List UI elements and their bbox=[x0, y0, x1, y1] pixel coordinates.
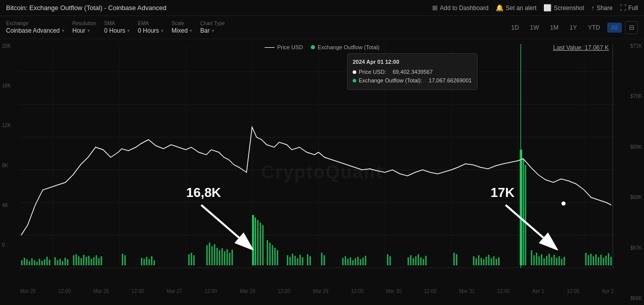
period-1d[interactable]: 1D bbox=[507, 23, 523, 33]
svg-rect-25 bbox=[41, 261, 43, 268]
svg-rect-148 bbox=[605, 256, 607, 268]
svg-rect-58 bbox=[206, 245, 208, 268]
ema-arrow: ▾ bbox=[161, 28, 164, 33]
svg-rect-28 bbox=[49, 260, 50, 268]
share-icon: ↑ bbox=[591, 4, 595, 12]
svg-rect-128 bbox=[536, 253, 537, 268]
svg-rect-50 bbox=[143, 259, 145, 268]
svg-rect-78 bbox=[277, 250, 278, 268]
svg-rect-124 bbox=[523, 160, 524, 268]
svg-rect-68 bbox=[231, 250, 233, 268]
svg-rect-104 bbox=[413, 258, 414, 268]
svg-rect-147 bbox=[603, 258, 604, 268]
ema-select[interactable]: 0 Hours ▾ bbox=[138, 27, 164, 34]
svg-rect-42 bbox=[91, 259, 92, 268]
legend-outflow: Exchange Outflow (Total) bbox=[311, 44, 379, 50]
svg-rect-32 bbox=[62, 261, 63, 268]
sma-select[interactable]: 0 Hours ▾ bbox=[104, 27, 130, 34]
svg-rect-105 bbox=[415, 256, 417, 268]
svg-rect-81 bbox=[292, 254, 293, 268]
svg-rect-46 bbox=[101, 256, 102, 268]
svg-rect-121 bbox=[496, 259, 497, 268]
scale-control: Scale Mixed ▾ bbox=[172, 21, 192, 34]
svg-rect-106 bbox=[418, 254, 419, 268]
svg-rect-64 bbox=[221, 248, 223, 268]
share-btn[interactable]: ↑ Share bbox=[591, 4, 613, 12]
svg-rect-138 bbox=[561, 259, 562, 268]
svg-rect-29 bbox=[54, 257, 56, 268]
resolution-label: Resolution bbox=[72, 21, 96, 26]
period-1w[interactable]: 1W bbox=[526, 23, 543, 33]
svg-rect-136 bbox=[556, 258, 557, 268]
svg-rect-66 bbox=[226, 249, 228, 268]
svg-rect-93 bbox=[350, 257, 351, 268]
svg-rect-33 bbox=[64, 258, 66, 268]
bar-chart bbox=[21, 150, 612, 268]
svg-rect-109 bbox=[425, 256, 427, 268]
svg-rect-17 bbox=[21, 260, 23, 268]
chart-type-arrow: ▾ bbox=[212, 28, 214, 33]
period-ytd[interactable]: YTD bbox=[584, 23, 604, 33]
legend: Price USD Exchange Outflow (Total) bbox=[265, 44, 379, 50]
svg-rect-103 bbox=[410, 255, 412, 268]
svg-rect-21 bbox=[31, 258, 33, 268]
svg-rect-142 bbox=[590, 254, 592, 268]
set-alert-btn[interactable]: 🔔 Set an alert bbox=[496, 4, 536, 12]
svg-rect-82 bbox=[294, 256, 296, 268]
svg-rect-83 bbox=[297, 258, 298, 268]
price-cursor-dot bbox=[561, 201, 566, 206]
svg-rect-97 bbox=[360, 259, 361, 268]
svg-rect-146 bbox=[600, 255, 602, 268]
svg-rect-77 bbox=[274, 248, 276, 268]
tooltip-price-dot bbox=[353, 70, 356, 74]
chart-type-control: Chart Type Bar ▾ bbox=[200, 21, 225, 34]
period-all[interactable]: All bbox=[607, 23, 622, 33]
svg-rect-96 bbox=[357, 257, 359, 268]
svg-rect-59 bbox=[209, 243, 210, 268]
add-dashboard-btn[interactable]: ⊞ Add to Dashboard bbox=[432, 4, 489, 12]
svg-rect-107 bbox=[420, 257, 422, 268]
svg-rect-62 bbox=[216, 248, 218, 268]
controls-bar: Exchange Coinbase Advanced ▾ Resolution … bbox=[0, 16, 644, 39]
svg-rect-41 bbox=[88, 256, 90, 268]
svg-rect-37 bbox=[78, 256, 79, 268]
chart-svg bbox=[0, 39, 644, 305]
scale-select[interactable]: Mixed ▾ bbox=[172, 27, 192, 34]
grid-view-btn[interactable]: ⊟ bbox=[625, 21, 638, 34]
period-1y[interactable]: 1Y bbox=[566, 23, 581, 33]
svg-rect-19 bbox=[26, 259, 28, 268]
period-1m[interactable]: 1M bbox=[546, 23, 562, 33]
svg-rect-135 bbox=[553, 255, 555, 268]
tooltip-title: 2024 Apr 01 12:00 bbox=[353, 58, 472, 67]
svg-rect-90 bbox=[342, 258, 344, 268]
svg-rect-35 bbox=[73, 255, 74, 268]
tooltip-outflow: Exchange Outflow (Total): 17,067.6626900… bbox=[353, 76, 472, 85]
svg-rect-88 bbox=[321, 253, 323, 268]
svg-rect-45 bbox=[98, 258, 100, 268]
svg-rect-129 bbox=[538, 256, 540, 268]
svg-rect-52 bbox=[148, 259, 150, 268]
svg-rect-92 bbox=[347, 259, 349, 268]
screenshot-btn[interactable]: ⬜ Screenshot bbox=[543, 4, 584, 12]
exchange-select[interactable]: Coinbase Advanced ▾ bbox=[6, 27, 64, 34]
svg-rect-44 bbox=[96, 255, 97, 268]
svg-rect-51 bbox=[146, 257, 147, 268]
resolution-select[interactable]: Hour ▾ bbox=[72, 27, 96, 34]
svg-rect-101 bbox=[389, 256, 391, 268]
svg-rect-73 bbox=[262, 225, 264, 268]
chart-type-select[interactable]: Bar ▾ bbox=[200, 27, 225, 34]
ema-control: EMA 0 Hours ▾ bbox=[138, 21, 164, 34]
last-value: Last Value: 17.067 K bbox=[553, 44, 609, 51]
legend-price: Price USD bbox=[265, 44, 303, 50]
full-btn[interactable]: ⛶ Full bbox=[620, 4, 638, 12]
controls-right: 1D 1W 1M 1Y YTD All ⊟ bbox=[507, 21, 638, 34]
chart-tooltip: 2024 Apr 01 12:00 Price USD: 69,402.3439… bbox=[347, 53, 477, 90]
svg-rect-57 bbox=[193, 255, 195, 268]
svg-rect-119 bbox=[491, 258, 492, 268]
svg-rect-91 bbox=[345, 256, 346, 268]
svg-rect-117 bbox=[486, 257, 487, 268]
screenshot-icon: ⬜ bbox=[543, 4, 551, 12]
legend-outflow-dot bbox=[311, 45, 315, 49]
svg-rect-84 bbox=[299, 255, 301, 268]
svg-rect-85 bbox=[302, 257, 303, 268]
